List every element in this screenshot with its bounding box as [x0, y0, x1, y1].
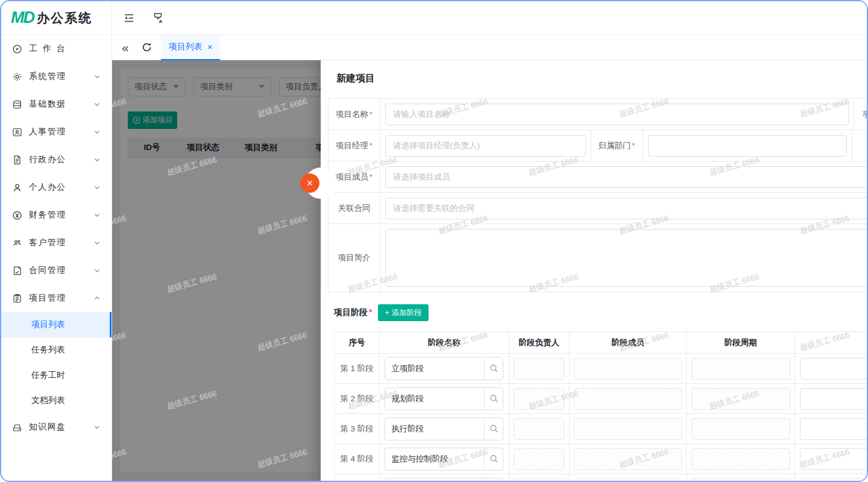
clipboard-list-icon [12, 293, 22, 304]
drawer-title: 新建项目 [321, 60, 867, 85]
person-card-icon [12, 127, 22, 137]
phase-row-3: 第 3 阶段 [335, 414, 867, 444]
chevron-down-icon [93, 184, 101, 191]
sidebar-item-project[interactable]: 项目管理 [1, 284, 112, 312]
phase-owner-field[interactable] [514, 388, 564, 410]
main-area: « 项目列表 × 项目状态 项目类别 [112, 35, 867, 481]
department-input[interactable] [648, 135, 848, 157]
phase-members-field[interactable] [574, 358, 682, 380]
sidebar-item-system[interactable]: 系统管理 [1, 63, 112, 90]
project-manager-input[interactable] [385, 135, 586, 157]
phase-name-input[interactable] [385, 454, 484, 463]
phase-members-field[interactable] [574, 478, 682, 481]
refresh-icon[interactable] [141, 42, 153, 53]
phase-name-input-group [385, 357, 503, 380]
phase-extra-field[interactable] [800, 358, 867, 380]
format-brush-icon[interactable]: A [152, 12, 164, 24]
sidebar-item-label: 知识网盘 [29, 422, 65, 433]
phase-name-input[interactable] [385, 424, 484, 433]
phase-name-input-group [385, 387, 503, 410]
gear-icon [12, 72, 22, 82]
customers-icon [12, 238, 22, 248]
yen-coin-icon [12, 210, 22, 221]
chevron-down-icon [93, 101, 101, 108]
sidebar-item-label: 合同管理 [29, 265, 65, 276]
add-phase-label: 添加阶段 [392, 308, 422, 318]
phase-period-field[interactable] [691, 448, 790, 470]
phase-owner-field[interactable] [514, 418, 564, 440]
phase-period-field[interactable] [691, 478, 790, 481]
related-contract-input[interactable] [385, 198, 867, 219]
sidebar-item-label: 财务管理 [29, 210, 65, 221]
project-members-input[interactable] [385, 166, 867, 188]
phase-name-input[interactable] [385, 364, 484, 373]
phase-owner-field[interactable] [514, 478, 564, 481]
phase-index: 第 4 阶段 [340, 454, 374, 465]
sidebar-item-label: 系统管理 [29, 71, 65, 82]
tab-close-icon[interactable]: × [207, 42, 213, 51]
sidebar-item-workbench[interactable]: 工作台 [1, 35, 112, 63]
subitem-label: 文档列表 [31, 395, 65, 406]
subitem-label: 任务工时 [31, 370, 65, 381]
search-icon[interactable] [484, 388, 503, 410]
phase-col-index: 序号 [335, 332, 380, 354]
sidebar-subitem-task-list[interactable]: 任务列表 [1, 337, 112, 363]
phase-owner-field[interactable] [514, 448, 564, 470]
phase-period-field[interactable] [691, 358, 790, 380]
phase-extra-field[interactable] [800, 418, 867, 440]
project-intro-textarea[interactable] [385, 229, 867, 287]
contract-icon [12, 266, 22, 276]
phase-extra-field[interactable] [800, 448, 867, 470]
database-icon [12, 99, 22, 110]
drawer-close-notch: × [305, 167, 336, 199]
sidebar-item-admin-office[interactable]: 行政办公 [1, 146, 112, 174]
app-title: 办公系统 [37, 10, 92, 27]
phase-index: 第 3 阶段 [340, 424, 374, 434]
sidebar-item-contract[interactable]: 合同管理 [1, 257, 112, 284]
sidebar-item-knowledge-disk[interactable]: 知识网盘 [1, 413, 112, 441]
phase-extra-field[interactable] [800, 388, 867, 410]
search-icon[interactable] [484, 448, 503, 470]
sidebar-item-label: 人事管理 [29, 127, 65, 137]
phase-name-input[interactable] [385, 394, 484, 403]
user-icon [12, 183, 22, 193]
new-project-form: 项目名称 项 项目经理 归属部门 项目成员 [328, 98, 867, 292]
phase-col-owner: 阶段负责人 [509, 332, 570, 354]
project-name-input[interactable] [385, 104, 849, 125]
sidebar-item-personal-office[interactable]: 个人办公 [1, 174, 112, 201]
sidebar-subitem-task-hours[interactable]: 任务工时 [1, 363, 112, 388]
phase-owner-field[interactable] [514, 358, 564, 380]
phase-name-input-group [385, 448, 503, 471]
phase-period-field[interactable] [691, 388, 790, 410]
project-name-label: 项目名称 [336, 109, 373, 120]
sidebar-subitem-project-list[interactable]: 项目列表 [1, 312, 112, 337]
phase-table: 序号 阶段名称 阶段负责人 阶段成员 阶段周期 第 1 阶段 [334, 331, 867, 481]
sidebar-subitem-doc-list[interactable]: 文档列表 [1, 388, 112, 413]
app-window: MD 办公系统 A 工作台 系统管理 基础数据 [0, 0, 868, 482]
document-icon [12, 155, 22, 165]
collapse-tabs-icon[interactable]: « [122, 41, 129, 54]
sidebar-item-base-data[interactable]: 基础数据 [1, 90, 112, 118]
search-icon[interactable] [484, 418, 503, 440]
phase-period-field[interactable] [691, 418, 790, 440]
tab-project-list[interactable]: 项目列表 × [161, 35, 221, 60]
phase-table-header: 序号 阶段名称 阶段负责人 阶段成员 阶段周期 [335, 332, 867, 354]
menu-fold-icon[interactable] [123, 12, 135, 24]
sidebar-item-customer[interactable]: 客户管理 [1, 229, 112, 257]
sidebar-item-hr[interactable]: 人事管理 [1, 118, 112, 146]
add-phase-button[interactable]: + 添加阶段 [378, 304, 428, 321]
phase-col-name: 阶段名称 [380, 332, 509, 354]
phase-members-field[interactable] [574, 418, 682, 440]
search-icon[interactable] [484, 358, 503, 380]
search-icon[interactable] [484, 478, 503, 481]
sidebar-item-finance[interactable]: 财务管理 [1, 201, 112, 229]
phase-members-field[interactable] [574, 448, 682, 470]
phase-extra-field[interactable] [800, 478, 867, 481]
phase-section-label: 项目阶段 [334, 307, 372, 318]
phase-members-field[interactable] [574, 388, 682, 410]
phase-name-input-group [385, 478, 503, 481]
phase-row-1: 第 1 阶段 [335, 354, 867, 384]
project-manager-label: 项目经理 [336, 140, 373, 151]
phase-index: 第 2 阶段 [340, 393, 374, 404]
drawer-close-button[interactable]: × [300, 174, 319, 193]
